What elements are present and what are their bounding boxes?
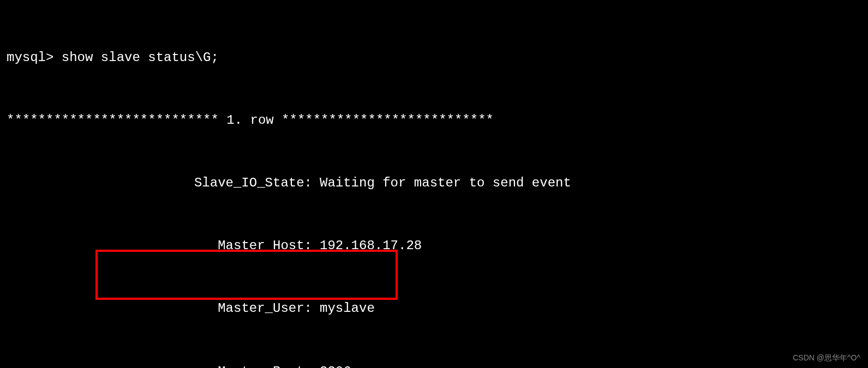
- field-label: Master_Port:: [7, 361, 312, 368]
- field-label: Master_User:: [7, 298, 312, 319]
- csdn-watermark: CSDN @思华年^O^: [793, 352, 860, 364]
- field-row: Master_Host: 192.168.17.28: [7, 236, 861, 256]
- field-value: 192.168.17.28: [312, 236, 422, 256]
- field-row: Master_User: myslave: [7, 298, 861, 319]
- field-row: Master_Port: 3306: [7, 361, 861, 368]
- field-value: Waiting for master to send event: [312, 173, 571, 194]
- field-label: Master_Host:: [7, 236, 312, 256]
- mysql-prompt-line: mysql> show slave status\G;: [7, 47, 861, 68]
- field-value: myslave: [312, 298, 375, 319]
- field-row: Slave_IO_State: Waiting for master to se…: [7, 173, 861, 194]
- terminal-output[interactable]: mysql> show slave status\G; ************…: [7, 5, 861, 368]
- field-label: Slave_IO_State:: [7, 173, 312, 194]
- field-value: 3306: [312, 361, 351, 368]
- row-separator: *************************** 1. row *****…: [7, 110, 861, 131]
